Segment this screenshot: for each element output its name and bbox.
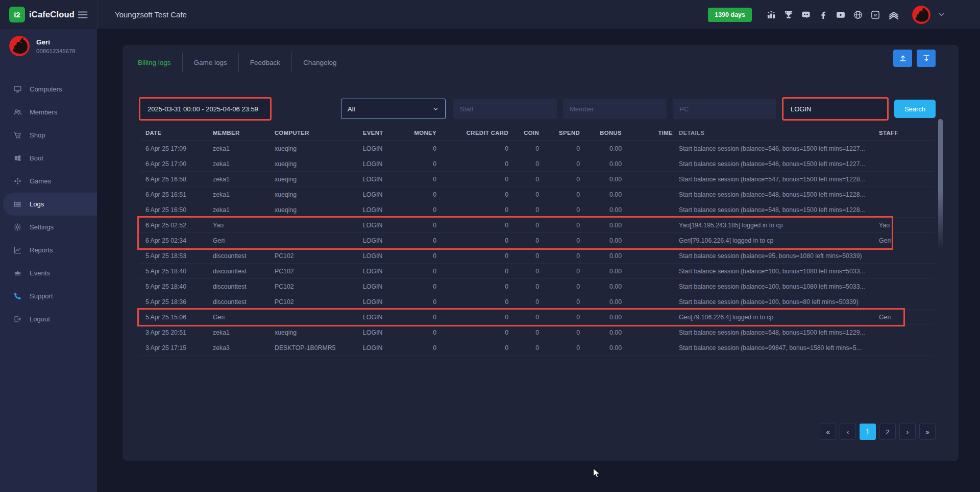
table-row: 6 Apr 25 17:09zeka1xueqingLOGIN00000.00S… [139,141,934,156]
member-filter-input[interactable] [563,99,667,119]
cell-date: 3 Apr 25 17:15 [145,344,213,352]
cell-credit_card: 0 [436,283,508,290]
facebook-icon[interactable] [818,10,828,20]
cell-event: LOGIN [363,314,414,321]
cell-coin: 0 [508,329,539,336]
event-filter-input[interactable] [784,99,887,119]
sidebar-item-games[interactable]: Games [0,170,97,193]
ranking-icon[interactable] [766,10,776,20]
cell-member: Yao [213,222,275,229]
tab-billing-logs[interactable]: Billing logs [127,59,182,66]
cell-member: zeka3 [213,344,275,352]
sidebar-item-settings[interactable]: Settings [0,216,97,239]
cell-bonus: 0.00 [580,206,622,214]
prev-page-button[interactable]: ‹ [840,424,856,440]
cell-bonus: 0.00 [580,222,622,229]
export-buttons [893,50,936,67]
sidebar-item-label: Members [30,108,57,116]
table-row: 6 Apr 25 16:58zeka1xueqingLOGIN00000.00S… [139,172,934,187]
hamburger-menu-icon[interactable] [77,9,89,20]
table-row: 6 Apr 25 16:50zeka1xueqingLOGIN00000.00S… [139,202,934,218]
cart-icon [13,131,22,139]
sidebar-item-computers[interactable]: Computers [0,78,97,101]
cell-member: zeka1 [213,176,275,183]
scrollbar-thumb[interactable] [938,119,943,250]
page-2-button[interactable]: 2 [879,424,896,440]
cell-details: Start balance session (balance=99847, bo… [673,344,873,352]
event-type-select[interactable]: All [341,99,446,119]
cell-money: 0 [414,283,436,290]
column-header-bonus: BONUS [580,130,622,136]
sidebar-item-shop[interactable]: Shop [0,124,97,147]
last-page-button[interactable]: » [919,424,936,440]
trophy-icon[interactable] [783,10,794,20]
topbar-divider [97,0,97,29]
next-page-button[interactable]: › [899,424,916,440]
cell-spend: 0 [539,145,580,152]
user-avatar[interactable] [912,6,930,24]
sidebar-item-label: Computers [30,85,62,93]
cell-event: LOGIN [363,222,414,229]
pc-filter-input[interactable] [673,99,776,119]
cell-coin: 0 [508,237,539,244]
cell-date: 5 Apr 25 18:53 [145,252,213,260]
cell-date: 6 Apr 25 16:51 [145,191,213,198]
tab-changelog[interactable]: Changelog [292,59,348,66]
staff-filter-input[interactable] [453,99,557,119]
cell-computer: DESKTOP-1B0RMR5 [275,344,363,352]
cell-credit_card: 0 [436,252,508,260]
cell-date: 6 Apr 25 16:50 [145,206,213,214]
brand: i2 iCafeCloud [9,0,75,29]
cell-bonus: 0.00 [580,145,622,152]
cell-details: Start balance session (balance=100, bonu… [673,298,873,306]
cell-credit_card: 0 [436,176,508,183]
globe-icon[interactable] [853,10,863,20]
youtube-icon[interactable] [836,10,846,20]
cell-money: 0 [414,160,436,168]
cell-coin: 0 [508,344,539,352]
cell-event: LOGIN [363,268,414,275]
cell-credit_card: 0 [436,344,508,352]
tab-feedback[interactable]: Feedback [239,59,291,66]
cell-coin: 0 [508,298,539,306]
user-phone: 008612345678 [36,48,76,54]
table-row: 3 Apr 25 20:51zeka1xueqingLOGIN00000.00S… [139,325,934,340]
cell-credit_card: 0 [436,237,508,244]
sidebar-item-members[interactable]: Members [0,101,97,124]
sidebar-item-label: Games [30,177,51,185]
cell-computer: PC102 [275,283,363,290]
column-header-member: MEMBER [213,130,275,136]
cell-date: 6 Apr 25 02:52 [145,222,213,229]
cell-event: LOGIN [363,145,414,152]
sidebar-item-logout[interactable]: Logout [0,308,97,331]
sidebar-item-logs[interactable]: Logs [3,193,97,216]
sidebar-item-events[interactable]: Events [0,262,97,285]
discord-icon[interactable] [801,10,811,20]
table-row: 5 Apr 25 18:36discounttestPC102LOGIN0000… [139,294,934,310]
user-avatar[interactable] [9,36,30,56]
cell-computer: xueqing [275,206,363,214]
first-page-button[interactable]: « [820,424,836,440]
subscription-days-badge[interactable]: 1390 days [708,8,752,22]
cell-member: discounttest [213,268,275,275]
date-range-input[interactable]: 2025-03-31 00:00 - 2025-04-06 23:59 [140,105,270,113]
sidebar-item-boot[interactable]: Boot [0,147,97,170]
search-button[interactable]: Search [894,100,936,118]
cell-details: Start balance session (balance=548, bonu… [673,191,873,198]
cell-coin: 0 [508,252,539,260]
youngzsoft-icon[interactable] [888,10,900,20]
cell-spend: 0 [539,344,580,352]
chevron-down-icon[interactable] [938,11,945,18]
cell-spend: 0 [539,252,580,260]
cell-bonus: 0.00 [580,252,622,260]
cell-member: zeka1 [213,160,275,168]
export-upload-button[interactable] [893,50,912,67]
tab-game-logs[interactable]: Game logs [183,59,238,66]
cell-details: Start balance session (balance=95, bonus… [673,252,873,260]
sidebar-item-support[interactable]: Support [0,285,97,308]
sidebar-item-reports[interactable]: Reports [0,239,97,262]
icafecloud-icon[interactable]: i2 [870,10,880,20]
cell-event: LOGIN [363,283,414,290]
page-1-button[interactable]: 1 [860,424,876,440]
export-download-button[interactable] [917,50,936,67]
